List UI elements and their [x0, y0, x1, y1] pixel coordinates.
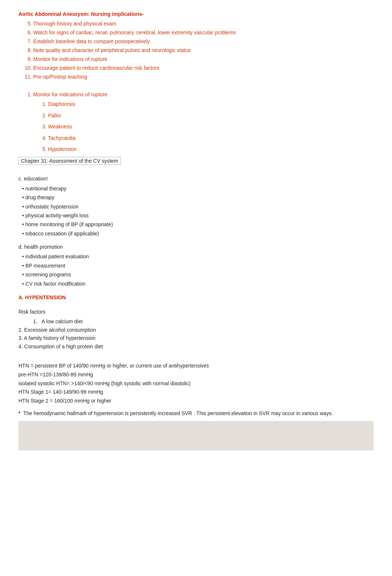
htn-def-1: HTN = persistent BP of 140/90 mmHg or hi… — [18, 362, 374, 370]
sublist: Diaphoresis Pallor Weakness Tachycardia … — [33, 100, 374, 153]
htn-def-5: HTN Stage 2 = 160/100 mmHg or higher — [18, 397, 374, 406]
education-bullets: nutritional therapy drug therapy orthost… — [18, 184, 374, 238]
sublist-item-4: Tachycardia — [48, 134, 374, 142]
list-item-5: Thorough history and physical exam — [33, 20, 374, 28]
risk-factor-3: 3. A family history of hypertension — [18, 334, 374, 342]
health-promotion-section: d. health promotion individual patient e… — [18, 243, 374, 288]
htn-def-2: pre-HTN =120-139/80-89 mmHg — [18, 370, 374, 379]
risk-factors-list: 1. A low calcium diet 2. Excessive alcoh… — [18, 317, 374, 351]
chapter-text: Chapter 31: Assessment of the CV system — [18, 157, 121, 165]
hypertension-title: A. HYPENTENSION — [18, 294, 374, 300]
list-item-9: Monitor for indications of rupture — [33, 55, 374, 63]
hp-bullet-1: individual patient evaluation — [22, 252, 374, 261]
list-item-11: Pre-op/Postop teaching — [33, 73, 374, 81]
bullet-symbol: • — [18, 410, 20, 415]
edu-bullet-3: orthostatic hypotension — [22, 203, 374, 211]
hemodynamic-text: The hemodynamic hallmark of hypertension… — [23, 409, 333, 417]
risk-factor-1: 1. A low calcium diet — [18, 317, 374, 325]
htn-definitions: HTN = persistent BP of 140/90 mmHg or hi… — [18, 362, 374, 406]
edu-bullet-5: home monitoring of BP (if appropriate) — [22, 220, 374, 228]
education-label: c. education! — [18, 175, 374, 183]
hemodynamic-hallmark: • The hemodynamic hallmark of hypertensi… — [18, 409, 374, 417]
outer-numbered-list: Thorough history and physical exam Watch… — [18, 20, 374, 81]
list-item-6: Watch for signs of cardiac, renal, pulmo… — [33, 29, 374, 37]
health-promotion-bullets: individual patient evaluation BP measure… — [18, 252, 374, 288]
inner-list-item-1: Monitor for indications of rupture Diaph… — [33, 90, 374, 153]
risk-factors-title: Risk factors — [18, 308, 374, 316]
risk-factors-block: Risk factors 1. A low calcium diet 2. Ex… — [18, 308, 374, 351]
list-item-10: Encourage patient to reduce cardiovascul… — [33, 64, 374, 72]
hp-bullet-4: CV risk factor modification — [22, 280, 374, 288]
main-title: Aortic Abdominal Aneurysm: Nursing impli… — [18, 11, 374, 17]
edu-bullet-4: physical activity-weight loss — [22, 211, 374, 220]
education-section: c. education! nutritional therapy drug t… — [18, 175, 374, 238]
risk-factor-4: 4. Consumption of a high protein diet — [18, 342, 374, 351]
edu-bullet-1: nutritional therapy — [22, 184, 374, 193]
risk-factor-2: 2. Excessive alcohol consumption — [18, 326, 374, 334]
hypertension-section: A. HYPENTENSION Risk factors 1. A low ca… — [18, 294, 374, 417]
sublist-item-1: Diaphoresis — [48, 100, 374, 108]
htn-def-3: isolated systolic HTN= >140/<90 mmHg (hi… — [18, 379, 374, 388]
sublist-item-5: Hypotension — [48, 145, 374, 153]
chapter-label: Chapter 31: Assessment of the CV system — [18, 157, 374, 169]
inner-numbered-list: Monitor for indications of rupture Diaph… — [18, 90, 374, 153]
sublist-item-2: Pallor — [48, 111, 374, 120]
list-item-7: Establish baseline data to compare posto… — [33, 38, 374, 45]
hp-bullet-2: BP measurement — [22, 262, 374, 270]
htn-def-4: HTN Stage 1= 140-149/90-99 mmHg — [18, 388, 374, 397]
sublist-item-3: Weakness — [48, 123, 374, 131]
blurred-content — [18, 421, 374, 451]
hp-bullet-3: screening programs — [22, 270, 374, 279]
edu-bullet-2: drug therapy — [22, 193, 374, 201]
health-promotion-label: d. health promotion — [18, 243, 374, 251]
list-item-8: Note quality and character of peripheral… — [33, 46, 374, 54]
edu-bullet-6: tobacco cessation (if applicable) — [22, 230, 374, 238]
